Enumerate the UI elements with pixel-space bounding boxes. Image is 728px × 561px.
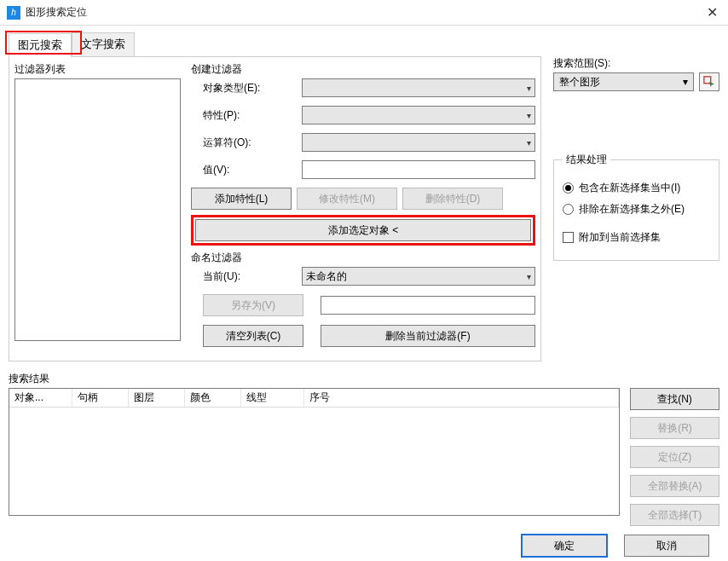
save-as-button[interactable]: 另存为(V) [203, 294, 303, 316]
col-layer[interactable]: 图层 [129, 389, 185, 407]
current-filter-value: 未命名的 [306, 269, 347, 284]
replace-button[interactable]: 替换(R) [630, 417, 719, 439]
find-button[interactable]: 查找(N) [630, 388, 719, 410]
clear-list-button[interactable]: 清空列表(C) [203, 325, 303, 347]
property-dropdown[interactable]: ▾ [302, 106, 535, 124]
result-handling-legend: 结果处理 [563, 153, 610, 167]
replace-all-button[interactable]: 全部替换(A) [630, 475, 719, 497]
edit-property-button[interactable]: 修改特性(M) [297, 188, 397, 210]
exclude-radio[interactable]: 排除在新选择集之外(E) [563, 202, 710, 217]
col-object[interactable]: 对象... [9, 389, 72, 407]
cancel-button[interactable]: 取消 [624, 535, 709, 557]
selection-icon [703, 76, 715, 88]
add-property-button[interactable]: 添加特性(L) [191, 188, 292, 210]
current-filter-dropdown[interactable]: 未命名的 ▾ [302, 267, 535, 286]
object-type-label: 对象类型(E): [191, 81, 302, 95]
filter-list-box[interactable] [14, 78, 181, 341]
scope-dropdown[interactable]: 整个图形 ▾ [553, 72, 694, 91]
append-checkbox[interactable]: 附加到当前选择集 [563, 230, 710, 245]
col-linetype[interactable]: 线型 [241, 389, 304, 407]
app-icon: h [7, 6, 20, 20]
add-selected-objects-button[interactable]: 添加选定对象 < [195, 219, 531, 241]
results-table[interactable]: 对象... 句柄 图层 颜色 线型 序号 [9, 388, 620, 516]
filter-list-label: 过滤器列表 [14, 62, 181, 77]
include-radio[interactable]: 包含在新选择集当中(I) [563, 181, 710, 195]
property-label: 特性(P): [191, 108, 302, 123]
window-title: 图形搜索定位 [26, 5, 703, 20]
chevron-down-icon: ▾ [527, 111, 531, 120]
tab-bar: 图元搜索 文字搜索 [9, 32, 719, 56]
chevron-down-icon: ▾ [683, 76, 688, 88]
result-handling-group: 结果处理 包含在新选择集当中(I) 排除在新选择集之外(E) 附加到当前选择集 [553, 153, 719, 261]
object-type-dropdown[interactable]: ▾ [302, 78, 535, 97]
radio-icon [563, 182, 574, 194]
tab-primitive-search[interactable]: 图元搜索 [9, 33, 72, 57]
radio-icon [563, 204, 574, 215]
include-label: 包含在新选择集当中(I) [579, 181, 680, 195]
highlight-add-selected-box: 添加选定对象 < [191, 215, 535, 246]
tab-text-search[interactable]: 文字搜索 [72, 32, 135, 56]
locate-button[interactable]: 定位(Z) [630, 446, 719, 468]
save-as-input[interactable] [321, 296, 535, 315]
current-label: 当前(U): [191, 269, 302, 284]
create-filter-title: 创建过滤器 [191, 62, 535, 77]
pick-in-drawing-button[interactable] [699, 72, 719, 91]
select-all-button[interactable]: 全部选择(T) [630, 504, 719, 526]
chevron-down-icon: ▾ [527, 84, 531, 93]
titlebar: h 图形搜索定位 ✕ [0, 0, 728, 26]
value-input[interactable] [302, 160, 535, 179]
scope-label: 搜索范围(S): [553, 56, 719, 71]
named-filter-title: 命名过滤器 [191, 251, 535, 265]
chevron-down-icon: ▾ [527, 272, 531, 281]
value-label: 值(V): [191, 163, 302, 177]
operator-label: 运算符(O): [191, 136, 302, 150]
close-icon[interactable]: ✕ [703, 4, 721, 20]
ok-button[interactable]: 确定 [522, 535, 607, 557]
delete-property-button[interactable]: 删除特性(D) [402, 188, 503, 210]
col-color[interactable]: 颜色 [185, 389, 241, 407]
results-header: 对象... 句柄 图层 颜色 线型 序号 [9, 389, 619, 408]
col-index[interactable]: 序号 [304, 389, 619, 407]
operator-dropdown[interactable]: ▾ [302, 133, 535, 152]
chevron-down-icon: ▾ [527, 138, 531, 147]
checkbox-icon [563, 232, 574, 243]
exclude-label: 排除在新选择集之外(E) [579, 202, 685, 217]
delete-current-filter-button[interactable]: 删除当前过滤器(F) [321, 325, 535, 347]
scope-value: 整个图形 [559, 75, 600, 90]
results-label: 搜索结果 [9, 372, 719, 386]
col-handle[interactable]: 句柄 [72, 389, 129, 407]
append-label: 附加到当前选择集 [579, 230, 661, 245]
